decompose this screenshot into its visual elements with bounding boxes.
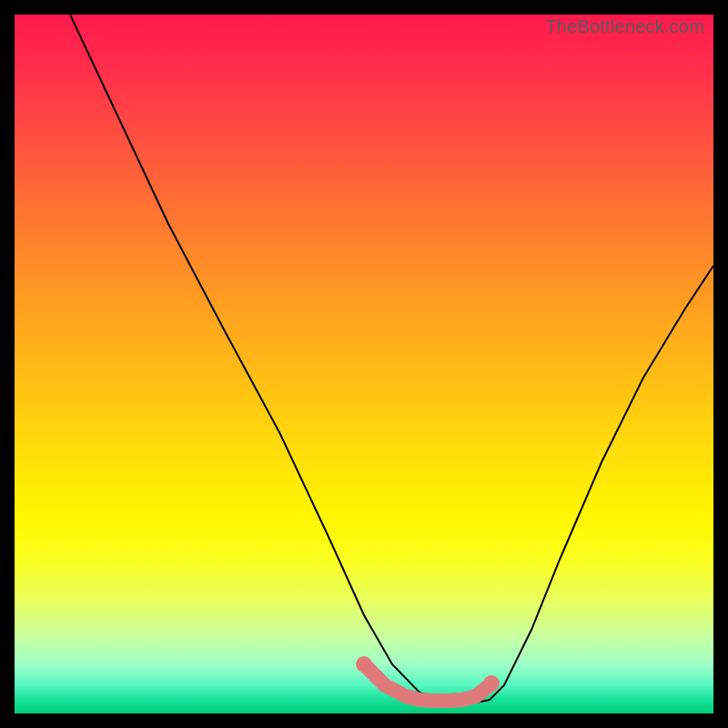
pink-dot-left bbox=[356, 656, 372, 672]
pink-highlight-segment bbox=[364, 664, 490, 701]
bottleneck-curve bbox=[70, 15, 713, 703]
curve-layer bbox=[15, 15, 713, 713]
plot-area: TheBottleneck.com bbox=[15, 15, 713, 713]
chart-frame: TheBottleneck.com bbox=[0, 0, 728, 728]
pink-dot-right bbox=[483, 675, 500, 692]
